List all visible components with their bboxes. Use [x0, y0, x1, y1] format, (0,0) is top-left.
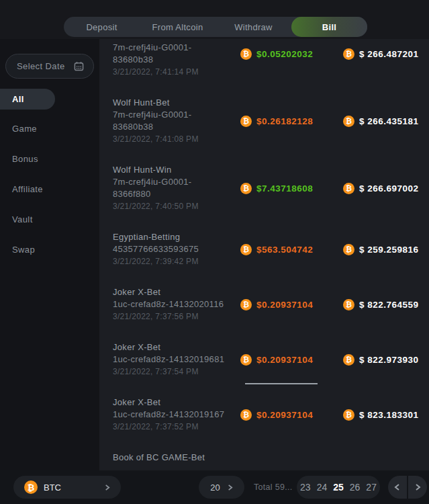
amount-value: $0.05202032: [256, 49, 313, 59]
btc-icon: ₿: [343, 116, 354, 127]
btc-icon: ₿: [24, 480, 38, 494]
transaction-list: Wolf Hunt-Win 7m-crefj4iu-G0001-83680b38…: [113, 39, 429, 464]
tab-deposit[interactable]: Deposit: [64, 17, 140, 37]
filter-list: AllGameBonusAffiliateVaultSwap: [0, 89, 99, 269]
transaction-id-line: 7m-crefj4iu-G0001-: [113, 176, 240, 188]
btc-icon: ₿: [343, 48, 354, 60]
transaction-info: Joker X-Bet 1uc-crefad8z-14132019681 3/2…: [113, 341, 240, 378]
btc-icon: ₿: [240, 48, 252, 60]
amount-cell: ₿ $0.26182128: [240, 116, 343, 127]
transaction-info: Book of BC GAME-Bet: [113, 452, 240, 464]
page-number-23[interactable]: 23: [300, 482, 311, 493]
transaction-id-line: 1uc-crefad8z-14132020116: [113, 298, 240, 310]
select-date-button[interactable]: Select Date: [5, 54, 94, 79]
transaction-time: 3/21/2022, 7:39:42 PM: [113, 255, 240, 267]
page-number-26[interactable]: 26: [350, 482, 361, 493]
sidebar-item-bonus[interactable]: Bonus: [0, 148, 99, 170]
amount-cell: ₿ $0.05202032: [240, 48, 343, 60]
page-number-27[interactable]: 27: [366, 482, 377, 493]
sidebar-item-all[interactable]: All: [0, 89, 55, 110]
sidebar-item-vault[interactable]: Vault: [0, 208, 99, 230]
transaction-info: Egyptian-Betting 45357766633593675 3/21/…: [113, 231, 240, 267]
transaction-info: Wolf Hunt-Win 7m-crefj4iu-G0001-83680b38…: [113, 39, 240, 78]
chevron-right-icon: [227, 485, 233, 491]
page-number-24[interactable]: 24: [317, 482, 328, 493]
main-area: Select Date AllGameBonusAffiliateVaultSw…: [0, 39, 429, 470]
sidebar-item-game[interactable]: Game: [0, 118, 99, 140]
transaction-id: 7m-crefj4iu-G0001-83680b38: [113, 42, 240, 66]
transaction-id: 1uc-crefad8z-14132020116: [113, 298, 240, 310]
transaction-id-line: 83680b38: [113, 121, 240, 133]
balance-value: $ 266.697002: [359, 183, 419, 194]
tab-bill[interactable]: Bill: [291, 17, 367, 37]
tab-withdraw[interactable]: Withdraw: [216, 17, 291, 37]
btc-icon: ₿: [343, 409, 354, 421]
balance-value: $ 266.435181: [359, 116, 419, 126]
balance-cell: ₿ $ 266.487201: [343, 48, 429, 60]
sidebar-item-swap[interactable]: Swap: [0, 239, 99, 261]
btc-icon: ₿: [240, 116, 252, 127]
transaction-row: Joker X-Bet 1uc-crefad8z-14132020116 3/2…: [113, 286, 429, 323]
transaction-id-line: 1uc-crefad8z-14132019681: [113, 353, 240, 366]
transaction-info: Wolf Hunt-Win 7m-crefj4iu-G0001-8366f880…: [113, 164, 240, 212]
pagination-pages: 2324252627: [297, 476, 380, 499]
balance-value: $ 822.764559: [359, 300, 419, 310]
transaction-time: 3/21/2022, 7:41:14 PM: [113, 66, 240, 78]
balance-value: $ 822.973930: [359, 355, 419, 365]
total-count: Total 59...: [254, 470, 293, 504]
prev-page-button[interactable]: [388, 476, 407, 499]
footer-bar: ₿ BTC 20 Total 59... 2324252627: [0, 470, 429, 504]
balance-cell: ₿ $ 822.973930: [343, 354, 429, 366]
transaction-id: 1uc-crefad8z-14132019681: [113, 353, 240, 366]
bill-page: DepositFrom AltcoinWithdrawBill Select D…: [0, 0, 429, 504]
amount-value: $7.43718608: [256, 183, 313, 194]
transaction-row: Joker X-Bet 1uc-crefad8z-14132019681 3/2…: [113, 341, 429, 378]
transaction-id-line: 1uc-crefad8z-14132019167: [113, 409, 240, 421]
game-name: Wolf Hunt-Bet: [113, 97, 240, 109]
transaction-time: 3/21/2022, 7:40:50 PM: [113, 200, 240, 212]
page-size-selector[interactable]: 20: [199, 476, 244, 499]
game-name: Joker X-Bet: [113, 341, 240, 353]
transaction-id-line: 7m-crefj4iu-G0001-: [113, 109, 240, 121]
btc-icon: ₿: [240, 244, 252, 255]
chevron-right-icon: [414, 484, 421, 491]
currency-selector[interactable]: ₿ BTC: [13, 476, 121, 499]
balance-cell: ₿ $ 259.259816: [343, 244, 429, 255]
select-date-label: Select Date: [17, 61, 65, 71]
balance-value: $ 259.259816: [359, 245, 419, 255]
btc-icon: ₿: [343, 183, 354, 194]
transaction-id-line: 8366f880: [113, 188, 240, 200]
btc-icon: ₿: [343, 299, 354, 310]
btc-icon: ₿: [343, 244, 354, 255]
btc-icon: ₿: [240, 409, 252, 421]
tab-from-altcoin[interactable]: From Altcoin: [140, 17, 216, 37]
transaction-time: 3/21/2022, 7:41:08 PM: [113, 133, 240, 145]
game-name: Joker X-Bet: [113, 396, 240, 409]
amount-value: $0.20937104: [256, 300, 313, 310]
balance-cell: ₿ $ 266.435181: [343, 116, 429, 127]
calendar-icon: [74, 61, 84, 71]
transaction-info: Wolf Hunt-Bet 7m-crefj4iu-G0001-83680b38…: [113, 97, 240, 145]
transaction-list-panel: Wolf Hunt-Win 7m-crefj4iu-G0001-83680b38…: [99, 39, 429, 470]
transaction-row: Egyptian-Betting 45357766633593675 3/21/…: [113, 231, 429, 267]
chevron-right-icon: [104, 485, 110, 491]
sidebar-item-affiliate[interactable]: Affiliate: [0, 178, 99, 200]
transaction-id-line: 7m-crefj4iu-G0001-: [113, 42, 240, 54]
balance-cell: ₿ $ 822.764559: [343, 299, 429, 310]
amount-cell: ₿ $7.43718608: [240, 183, 343, 194]
transaction-id: 45357766633593675: [113, 243, 240, 255]
transaction-row: Joker X-Bet 1uc-crefad8z-14132019167 3/2…: [113, 396, 429, 433]
next-page-button[interactable]: [408, 476, 427, 499]
sidebar: Select Date AllGameBonusAffiliateVaultSw…: [0, 39, 99, 470]
amount-cell: ₿ $0.20937104: [240, 354, 343, 366]
transaction-row: Wolf Hunt-Win 7m-crefj4iu-G0001-83680b38…: [113, 39, 429, 78]
transaction-row: Wolf Hunt-Win 7m-crefj4iu-G0001-8366f880…: [113, 164, 429, 212]
btc-icon: ₿: [343, 354, 354, 366]
amount-cell: ₿ $0.20937104: [240, 299, 343, 310]
page-number-25[interactable]: 25: [333, 482, 344, 493]
balance-value: $ 823.183301: [359, 410, 419, 420]
amount-value: $563.504742: [256, 245, 313, 255]
transaction-info: Joker X-Bet 1uc-crefad8z-14132020116 3/2…: [113, 286, 240, 323]
game-name: Egyptian-Betting: [113, 231, 240, 243]
page-size-value: 20: [210, 482, 220, 493]
